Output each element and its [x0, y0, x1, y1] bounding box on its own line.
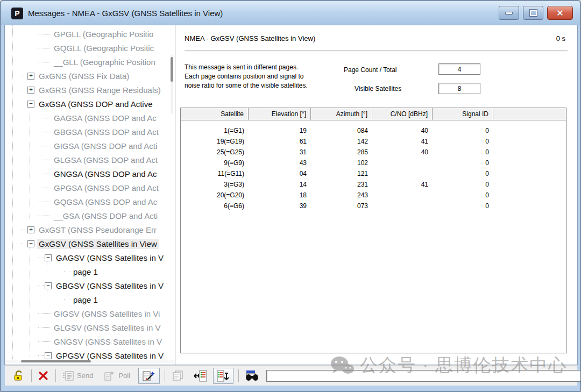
toolbar-separator: [165, 369, 165, 382]
table-row: 25(=G25)31285400: [181, 147, 566, 158]
arrow-left-list-icon: [193, 370, 207, 382]
window-title: Messages - NMEA - GxGSV (GNSS Satellites…: [28, 9, 223, 18]
collapse-icon[interactable]: −: [27, 240, 34, 247]
send-button[interactable]: Send: [61, 370, 95, 382]
send-label: Send: [77, 372, 93, 380]
tree-item[interactable]: page 1: [5, 265, 169, 279]
page-count-label: Page Count / Total: [344, 66, 397, 74]
tree-item[interactable]: GBGSA (GNSS DOP and Act: [5, 125, 169, 139]
expand-icon[interactable]: +: [27, 226, 34, 233]
tree-connector: [64, 272, 70, 272]
table-cell: [372, 190, 433, 201]
tree-connector: [38, 160, 51, 160]
tree-item-label: page 1: [72, 267, 100, 277]
scrollbar-thumb[interactable]: [21, 360, 91, 362]
tree-item[interactable]: +GxGNS (GNSS Fix Data): [5, 69, 169, 83]
scrollbar-thumb[interactable]: [171, 57, 173, 82]
tree-item[interactable]: page 1: [5, 293, 169, 307]
table-row: 19(=G19)61142410: [181, 136, 566, 147]
page-count-value: 4: [438, 63, 480, 75]
tree-item[interactable]: GIGSV (GNSS Satellites in Vi: [5, 307, 169, 320]
command-input[interactable]: [266, 370, 581, 382]
message-description: This message is sent in different pages.…: [185, 63, 308, 90]
tree-item-label: GxGRS (GNSS Range Residuals): [37, 85, 162, 95]
tree-item-label: __GSA (GNSS DOP and Acti: [52, 211, 159, 221]
collapse-icon[interactable]: −: [45, 254, 52, 261]
customize-wand-icon: [142, 370, 156, 382]
tree-item[interactable]: GNGSA (GNSS DOP and Ac: [5, 167, 169, 181]
delete-x-icon: [38, 370, 49, 381]
tree-item[interactable]: GLGSV (GNSS Satellites in V: [5, 320, 169, 334]
tree-item[interactable]: GQGLL (Geographic Positic: [5, 41, 169, 55]
poll-button[interactable]: Poll: [102, 369, 132, 382]
tree-item-label: __GLL (Geographic Position: [52, 57, 157, 67]
table-cell: 0: [433, 168, 493, 179]
tree-connector: [21, 244, 26, 244]
copy-pages-button[interactable]: [170, 369, 186, 382]
tree-item[interactable]: GNGSV (GNSS Satellites in V: [5, 334, 169, 348]
column-header[interactable]: Satellite: [181, 108, 249, 120]
pages-icon: [172, 370, 185, 381]
table-cell: [372, 168, 433, 179]
move-left-button[interactable]: [192, 369, 209, 383]
tree-item[interactable]: GQGSA (GNSS DOP and Ac: [5, 195, 169, 209]
table-cell: 0: [433, 136, 493, 147]
table-cell: 243: [311, 190, 372, 201]
tree-item[interactable]: +GxGRS (GNSS Range Residuals): [5, 83, 169, 97]
tree-item[interactable]: GPGLL (Geographic Positio: [5, 27, 169, 41]
tree-item-label: GNGSV (GNSS Satellites in V: [52, 337, 164, 347]
tree-item[interactable]: −GxGSA (GNSS DOP and Active: [5, 97, 169, 111]
table-cell: 084: [311, 125, 372, 136]
table-cell: 20(=G20): [181, 190, 249, 201]
table-cell: 0: [433, 147, 493, 158]
move-down-button[interactable]: [213, 368, 233, 384]
column-header[interactable]: Elevation [°]: [249, 108, 311, 120]
tree-horizontal-scrollbar[interactable]: [5, 360, 175, 363]
tree-item[interactable]: GIGSA (GNSS DOP and Acti: [5, 139, 169, 153]
restore-button[interactable]: [523, 6, 543, 20]
close-button[interactable]: ✕: [547, 6, 573, 20]
column-header[interactable]: Azimuth [°]: [311, 108, 372, 120]
find-button[interactable]: [244, 369, 261, 383]
tree-item[interactable]: −GxGSV (GNSS Satellites in View: [5, 237, 169, 251]
tree-connector: [38, 327, 51, 328]
tree-connector: [38, 202, 51, 202]
tree-item-label: GAGSV (GNSS Satellites in V: [54, 253, 165, 263]
visible-satellites-label: Visible Satellites: [355, 85, 401, 92]
toolbar-separator: [55, 369, 56, 382]
tree-item[interactable]: GPGSA (GNSS DOP and Act: [5, 181, 169, 195]
table-cell: 142: [311, 136, 372, 147]
titlebar[interactable]: P Messages - NMEA - GxGSV (GNSS Satellit…: [1, 1, 580, 25]
tree-item[interactable]: −GAGSV (GNSS Satellites in V: [5, 251, 169, 265]
collapse-icon[interactable]: −: [45, 352, 52, 359]
expand-icon[interactable]: +: [27, 73, 34, 80]
table-cell: 31: [249, 147, 311, 158]
tree-connector: [38, 118, 51, 118]
tree-item[interactable]: __GLL (Geographic Position: [5, 55, 169, 69]
customize-view-button[interactable]: [138, 368, 160, 384]
collapse-icon[interactable]: −: [27, 101, 34, 108]
tree-connector: [38, 286, 44, 286]
visible-satellites-value: 8: [438, 83, 480, 94]
column-header[interactable]: C/NO [dBHz]: [372, 108, 433, 120]
toolbar-separator: [31, 369, 32, 382]
tree-item-label: GxGSA (GNSS DOP and Active: [37, 99, 154, 109]
expand-icon[interactable]: +: [27, 87, 34, 94]
tree-vertical-scrollbar[interactable]: [171, 55, 173, 114]
table-cell: 6(=G6): [181, 201, 249, 211]
tree-item[interactable]: __GSA (GNSS DOP and Acti: [5, 209, 169, 223]
clear-button[interactable]: [37, 369, 51, 382]
lock-button[interactable]: [11, 369, 26, 382]
tree-item[interactable]: +GxGST (GNSS Pseudorange Err: [5, 223, 169, 237]
tree-connector: [38, 216, 51, 216]
tree-item[interactable]: −GBGSV (GNSS Satellites in V: [5, 279, 169, 293]
tree-item[interactable]: GAGSA (GNSS DOP and Ac: [5, 111, 169, 125]
tree-item-label: GIGSA (GNSS DOP and Acti: [52, 141, 159, 151]
column-header[interactable]: Signal ID: [433, 108, 493, 120]
collapse-icon[interactable]: −: [45, 282, 52, 289]
tree-item[interactable]: GLGSA (GNSS DOP and Act: [5, 153, 169, 167]
table-cell: 102: [311, 158, 372, 168]
tree-item-label: GBGSV (GNSS Satellites in V: [54, 281, 165, 291]
tree-item-label: GxGST (GNSS Pseudorange Err: [37, 225, 158, 235]
minimize-button[interactable]: [499, 6, 519, 20]
